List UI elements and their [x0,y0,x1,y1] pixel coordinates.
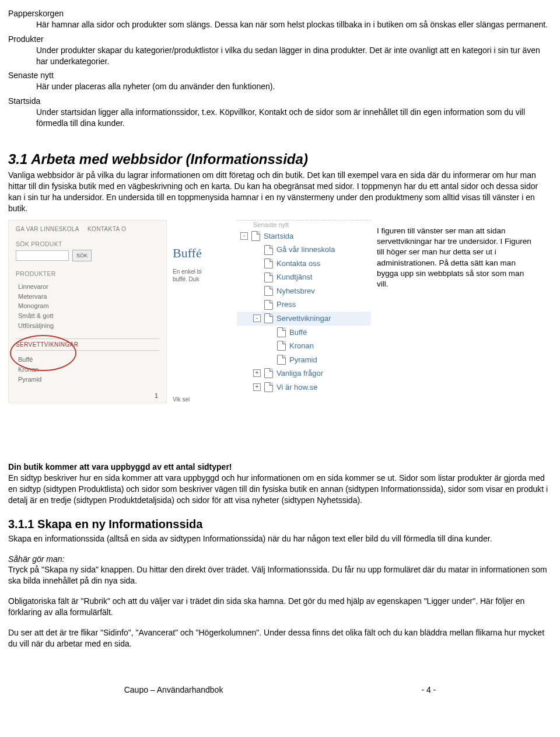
tree-node-label: Kundtjänst [276,272,312,282]
tree-node[interactable]: Kontakta oss [237,257,371,271]
tree-node[interactable]: -Startsida [237,229,371,243]
tree-spacer [266,343,274,349]
howto-body: Tryck på "Skapa ny sida" knappen. Du hit… [8,564,552,586]
tree-node[interactable]: Press [237,298,371,312]
tree-node-label: Startsida [264,231,293,242]
fe-servett-item[interactable]: Buffé [18,355,159,364]
tree-node[interactable]: Kundtjänst [237,270,371,284]
expand-icon[interactable]: + [253,383,261,391]
fe-product-item[interactable]: Linnevaror [18,282,159,291]
admin-tree-figure: Senaste nytt -StartsidaGå vår linneskola… [237,220,371,403]
fe-product-item[interactable]: Smått & gott [18,312,159,320]
page-icon [264,368,273,378]
tree-spacer [253,274,261,281]
tree-node-label: Vanliga frågor [276,368,323,379]
collapse-icon[interactable]: - [240,232,248,240]
tree-node-label: Press [276,299,296,310]
tree-node[interactable]: -Servettvikningar [237,312,371,326]
tree-node-label: Nyhetsbrev [276,286,315,296]
tree-node[interactable]: Buffé [237,326,371,340]
tree-spacer [253,288,261,294]
strip-small-1: En enkel bi [173,268,231,276]
tree-node[interactable]: Nyhetsbrev [237,284,371,298]
page-icon [251,231,260,241]
fe-product-item[interactable]: Monogram [18,302,159,310]
footer-right: - 4 - [421,684,436,696]
strip-bottom: Vik sei [173,396,231,404]
fe-servett-label: SERVETTVIKNINGAR [16,338,159,351]
tree-spacer [266,329,274,336]
frontend-figure: GA VAR LINNESKOLA KONTAKTA O SÖK PRODUKT… [8,220,167,403]
fe-search-input[interactable] [16,250,69,261]
howto-label: Såhär gör man: [8,554,552,565]
collapse-icon[interactable]: - [253,315,261,322]
fe-search-label: SÖK PRODUKT [9,235,166,249]
section-3-1-body: Vanliga webbsidor är på vilka du lagrar … [8,170,552,214]
heading-3-1: 3.1 Arbeta med webbsidor (Informationssi… [8,150,552,169]
tree-cut-top: Senaste nytt [237,220,371,229]
page-icon [264,273,273,282]
section-3-1-1-p4: Du ser att det är tre flikar "Sidinfo", … [8,627,552,649]
tree-node-label: Kronan [289,341,314,351]
tree-node[interactable]: +Vi är how.se [237,380,371,394]
tree-spacer [266,357,274,363]
fe-product-item[interactable]: Metervara [18,292,159,301]
fe-products-label: PRODUKTER [9,265,166,279]
page-icon [264,259,273,268]
fe-search-button[interactable]: SÖK [72,250,92,261]
tree-spacer [253,302,261,308]
tree-node-label: Gå vår linneskola [276,244,335,255]
figure-caption: I figuren till vänster ser man att sidan… [377,220,534,403]
tree-node[interactable]: Gå vår linneskola [237,243,371,257]
page-icon [277,355,286,365]
fe-product-item[interactable]: Utförsäljning [18,322,159,330]
strip-figure: Buffé En enkel bi buffé. Duk Vik sei [173,220,231,403]
page-icon [264,382,273,392]
fe-topnav-item[interactable]: KONTAKTA O [88,225,126,233]
fe-servett-item[interactable]: Pyramid [18,375,159,384]
definition-term: Startsida [8,96,552,107]
definition-body: Här under placeras alla nyheter (om du a… [36,81,552,92]
tree-node-label: Buffé [289,327,307,338]
tree-spacer [253,247,261,253]
definition-body: Under startsidan ligger alla information… [36,107,552,129]
definition-term: Senaste nytt [8,70,552,81]
definition-term: Papperskorgen [8,8,552,19]
fe-topnav-item[interactable]: GA VAR LINNESKOLA [16,225,79,233]
definition-body: Här hamnar alla sidor och produkter som … [36,19,552,30]
tree-node-label: Kontakta oss [276,259,320,269]
sidtyper-body: En sidtyp beskriver hur en sida kommer a… [8,473,552,506]
expand-icon[interactable]: + [253,369,261,377]
sidtyper-heading: Din butik kommer att vara uppbyggd av et… [8,462,552,473]
footer-left: Caupo – Användarhandbok [124,684,223,696]
heading-3-1-1: 3.1.1 Skapa en ny Informationssida [8,516,552,532]
fe-servett-item[interactable]: Kronan [18,365,159,374]
tree-node[interactable]: Kronan [237,339,371,353]
tree-node-label: Vi är how.se [276,382,318,393]
fe-page-number: 1 [155,392,158,400]
strip-small-2: buffé. Duk [173,275,231,284]
definition-term: Produkter [8,34,552,45]
tree-node-label: Pyramid [289,355,317,365]
section-3-1-1-body: Skapa en informationssida (alltså en sid… [8,533,552,544]
page-icon [277,327,286,337]
tree-node[interactable]: +Vanliga frågor [237,366,371,380]
tree-spacer [253,260,261,267]
tree-node-label: Servettvikningar [276,313,331,324]
tree-node[interactable]: Pyramid [237,353,371,367]
page-icon [277,341,286,351]
page-icon [264,245,273,255]
page-icon [264,313,273,323]
definition-body: Under produkter skapar du kategorier/pro… [36,45,552,67]
page-icon [264,300,273,310]
page-icon [264,286,273,296]
strip-title: Buffé [173,244,231,262]
section-3-1-1-p3: Obligatoriska fält är "Rubrik" och att d… [8,596,552,618]
